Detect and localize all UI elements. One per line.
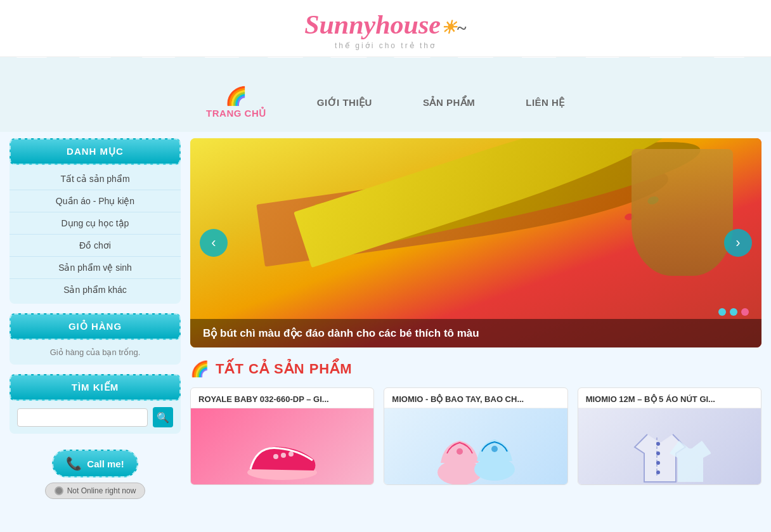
- sidebar-item-all[interactable]: Tất cả sản phẩm: [10, 168, 181, 190]
- products-section-title: TẤT CẢ SẢN PHẨM: [216, 361, 353, 377]
- sidebar-item-hygiene[interactable]: Sản phẩm vệ sinh: [10, 257, 181, 279]
- product-card-2[interactable]: MIOMIO - BỘ BAO TAY, BAO CH...: [384, 387, 567, 485]
- sidebar-item-other[interactable]: Sản phẩm khác: [10, 279, 181, 301]
- slider-dots: [718, 308, 749, 316]
- main-content: ‹ › Bộ bút chì màu độc đáo dành cho các …: [190, 138, 761, 505]
- sidebar-categories-section: DANH MỤC Tất cả sản phẩm Quần áo - Phụ k…: [10, 138, 181, 304]
- hero-slider: ‹ › Bộ bút chì màu độc đáo dành cho các …: [190, 138, 761, 347]
- products-header: 🌈 TẤT CẢ SẢN PHẨM: [190, 360, 761, 378]
- slider-dot-1[interactable]: [718, 308, 726, 316]
- sidebar-cart-header: GIỎ HÀNG: [10, 313, 181, 340]
- rainbow-icon: 🌈: [206, 86, 266, 107]
- sidebar: DANH MỤC Tất cả sản phẩm Quần áo - Phụ k…: [10, 138, 190, 505]
- chevron-right-icon: ›: [735, 235, 740, 251]
- cart-empty-text: Giỏ hàng của bạn trống.: [10, 340, 181, 365]
- online-status-text: Not Online right now: [67, 486, 136, 495]
- search-input[interactable]: [17, 408, 148, 427]
- product-image-1: [191, 408, 373, 485]
- svg-point-5: [457, 448, 463, 455]
- logo-subtitle: thế giới cho trẻ thơ: [0, 41, 771, 50]
- slider-prev-button[interactable]: ‹: [200, 229, 228, 257]
- logo: Sunnyhouse☀~ thế giới cho trẻ thơ: [0, 10, 771, 50]
- online-status-badge[interactable]: Not Online right now: [45, 483, 146, 499]
- products-grid: ROYALE BABY 032-660-DP – GI... MIOMIO - …: [190, 387, 761, 485]
- svg-point-11: [656, 461, 660, 465]
- svg-point-9: [656, 442, 660, 446]
- slider-dot-2[interactable]: [730, 308, 737, 316]
- online-dot-icon: [55, 486, 63, 495]
- sidebar-cart-section: GIỎ HÀNG Giỏ hàng của bạn trống.: [10, 313, 181, 365]
- svg-point-7: [491, 446, 498, 452]
- section-rainbow-icon: 🌈: [190, 360, 209, 378]
- nav-lien-he[interactable]: LIÊN HỆ: [519, 94, 571, 112]
- nav-san-pham[interactable]: SẢN PHẨM: [417, 94, 481, 112]
- chevron-left-icon: ‹: [211, 235, 216, 251]
- sidebar-search-section: TÌM KIẾM 🔍: [10, 374, 181, 434]
- svg-point-1: [273, 454, 278, 459]
- sidebar-item-toys[interactable]: Đồ chơi: [10, 235, 181, 257]
- phone-icon: 📞: [66, 456, 82, 471]
- search-icon: 🔍: [157, 412, 169, 424]
- slider-caption: Bộ bút chì màu độc đáo dành cho các bé t…: [190, 319, 761, 347]
- logo-text: Sunnyhouse☀~: [304, 10, 467, 39]
- product-name-1: ROYALE BABY 032-660-DP – GI...: [191, 388, 373, 408]
- nav-gioi-thieu[interactable]: GIỚI THIỆU: [311, 94, 379, 112]
- sidebar-item-clothes[interactable]: Quần áo - Phụ kiện: [10, 190, 181, 212]
- call-button[interactable]: 📞 Call me!: [52, 450, 138, 477]
- svg-point-2: [281, 453, 286, 458]
- product-image-2: [384, 408, 567, 485]
- svg-point-6: [474, 458, 515, 481]
- site-header: Sunnyhouse☀~ thế giới cho trẻ thơ: [0, 0, 771, 57]
- call-section: 📞 Call me! Not Online right now: [10, 443, 181, 505]
- wave-decoration: [0, 57, 771, 76]
- sidebar-item-school[interactable]: Dụng cụ học tập: [10, 212, 181, 235]
- product-card-1[interactable]: ROYALE BABY 032-660-DP – GI...: [190, 387, 374, 485]
- sidebar-categories-header: DANH MỤC: [10, 138, 181, 165]
- main-nav: 🌈 TRANG CHỦ GIỚI THIỆU SẢN PHẨM LIÊN HỆ: [0, 76, 771, 132]
- main-layout: DANH MỤC Tất cả sản phẩm Quần áo - Phụ k…: [0, 132, 771, 512]
- search-button[interactable]: 🔍: [153, 407, 173, 427]
- slider-dot-3[interactable]: [741, 308, 749, 316]
- slider-next-button[interactable]: ›: [724, 229, 752, 257]
- product-image-3: [578, 408, 761, 485]
- nav-trang-chu[interactable]: 🌈 TRANG CHỦ: [200, 82, 273, 122]
- svg-point-12: [656, 470, 660, 474]
- product-name-3: MIOMIO 12M – BỘ 5 ÁO NÚT GI...: [578, 388, 761, 408]
- sidebar-search-header: TÌM KIẾM: [10, 374, 181, 401]
- svg-point-10: [656, 451, 660, 455]
- product-card-3[interactable]: MIOMIO 12M – BỘ 5 ÁO NÚT GI...: [578, 387, 761, 485]
- sidebar-menu: Tất cả sản phẩm Quần áo - Phụ kiện Dụng …: [10, 165, 181, 304]
- product-name-2: MIOMIO - BỘ BAO TAY, BAO CH...: [384, 388, 567, 408]
- svg-point-3: [288, 451, 294, 457]
- search-box: 🔍: [10, 401, 181, 434]
